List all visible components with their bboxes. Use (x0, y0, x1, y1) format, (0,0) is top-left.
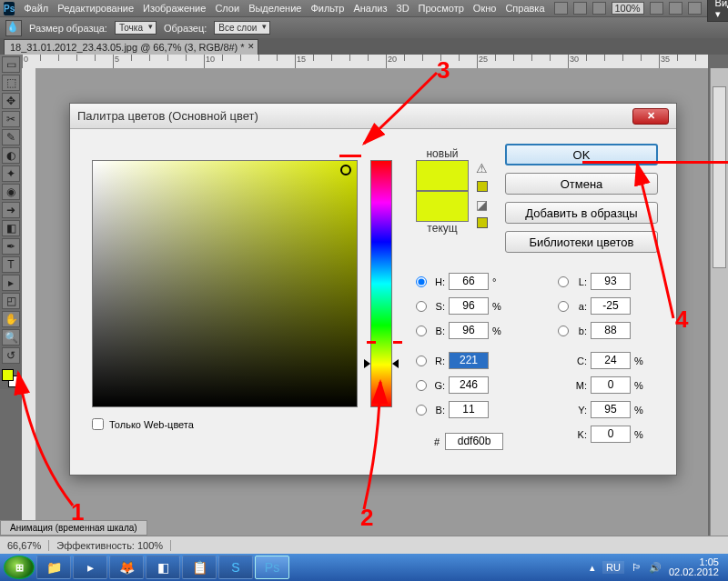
taskbar-firefox-icon[interactable]: 🦊 (109, 556, 144, 579)
field-k[interactable]: 0 (591, 426, 631, 443)
tool-hand[interactable]: ✋ (2, 311, 20, 327)
taskbar-app-icon[interactable]: 📋 (182, 556, 217, 579)
scrollbar-vertical[interactable] (710, 68, 728, 536)
menu-tool-icon[interactable] (573, 2, 587, 15)
field-y[interactable]: 95 (591, 401, 631, 418)
taskbar-media-icon[interactable]: ▸ (73, 556, 107, 579)
menu-tool-icon[interactable] (592, 2, 606, 15)
menu-select[interactable]: Выделение (248, 3, 301, 14)
gamut-swatch[interactable] (477, 181, 488, 192)
field-bb[interactable]: 11 (449, 401, 489, 418)
saturation-value-field[interactable] (92, 160, 358, 407)
label-s: S: (430, 301, 445, 312)
fg-bg-swatch[interactable] (2, 369, 20, 387)
tray-icon[interactable]: 🔊 (649, 562, 662, 574)
taskbar-skype-icon[interactable]: S (218, 556, 253, 579)
label-y: Y: (572, 405, 587, 416)
tool-eraser[interactable]: ◧ (2, 220, 20, 236)
fg-color-swatch[interactable] (2, 369, 14, 381)
close-button[interactable]: ✕ (632, 108, 669, 125)
color-cursor[interactable] (340, 165, 351, 175)
dialog-titlebar[interactable]: Палитра цветов (Основной цвет) ✕ (70, 104, 676, 129)
taskbar-photoshop-icon[interactable]: Ps (255, 556, 289, 579)
menu-view[interactable]: Просмотр (419, 3, 464, 14)
tool-crop[interactable]: ✂ (2, 111, 20, 127)
field-h[interactable]: 66 (449, 273, 489, 290)
tool-lasso[interactable]: ✥ (2, 93, 20, 109)
start-button[interactable]: ⊞ (4, 556, 35, 579)
sample-size-dropdown[interactable]: Точка (115, 21, 157, 35)
tool-eyedropper[interactable]: ✎ (2, 129, 20, 145)
radio-lb[interactable] (558, 326, 569, 336)
menu-layers[interactable]: Слои (215, 3, 239, 14)
hue-slider[interactable] (370, 160, 392, 407)
radio-h[interactable] (416, 276, 427, 287)
status-zoom[interactable]: 66,67% (0, 540, 49, 551)
field-hex[interactable]: ddf60b (445, 433, 503, 450)
tool-rotate[interactable]: ↺ (2, 347, 20, 364)
radio-b[interactable] (416, 326, 427, 336)
field-c[interactable]: 24 (591, 352, 631, 369)
color-libraries-button[interactable]: Библиотеки цветов (505, 231, 658, 253)
field-s[interactable]: 96 (449, 297, 489, 315)
sample-dropdown[interactable]: Все слои (214, 21, 270, 35)
radio-g[interactable] (416, 380, 427, 391)
web-colors-checkbox[interactable] (92, 418, 104, 430)
menu-image[interactable]: Изображение (143, 3, 206, 14)
eyedropper-icon[interactable]: 💧 (5, 20, 22, 36)
field-a[interactable]: -25 (591, 297, 631, 315)
scrollbar-thumb[interactable] (713, 86, 726, 268)
language-indicator[interactable]: RU (602, 561, 624, 574)
field-g[interactable]: 246 (449, 376, 489, 394)
field-l[interactable]: 93 (591, 273, 631, 290)
add-swatch-button[interactable]: Добавить в образцы (505, 202, 658, 224)
menu-tool-icon[interactable] (554, 2, 568, 15)
taskbar-app-icon[interactable]: ◧ (146, 556, 180, 579)
tool-heal[interactable]: ◐ (2, 147, 20, 164)
field-lb[interactable]: 88 (591, 322, 631, 339)
radio-l[interactable] (558, 276, 569, 287)
websafe-warning-icon[interactable]: ◪ (476, 197, 488, 212)
tool-history[interactable]: ➜ (2, 202, 20, 218)
menu-tool-icon[interactable] (669, 2, 682, 15)
taskbar-explorer-icon[interactable]: 📁 (36, 556, 71, 579)
zoom-level[interactable]: 100% (612, 2, 644, 15)
radio-s[interactable] (416, 301, 427, 312)
menu-tool-icon[interactable] (688, 2, 702, 15)
tray-icon[interactable]: 🏳 (632, 562, 642, 573)
animation-panel-tab[interactable]: Анимация (временная шкала) (0, 520, 147, 536)
field-m[interactable]: 0 (591, 376, 631, 394)
tool-zoom[interactable]: 🔍 (2, 329, 20, 346)
document-tab[interactable]: 18_31.01.2012_23.43.05.jpg @ 66,7% (3, R… (4, 39, 258, 55)
tool-type[interactable]: T (2, 256, 20, 273)
tool-move[interactable]: ▭ (2, 56, 20, 73)
menu-filter[interactable]: Фильтр (310, 3, 344, 14)
color-preview: новый текущ (416, 147, 469, 235)
tray-icon[interactable]: ▴ (590, 562, 595, 574)
menu-edit[interactable]: Редактирование (57, 3, 134, 14)
menu-file[interactable]: Файл (24, 3, 48, 14)
radio-bb[interactable] (416, 405, 427, 416)
radio-r[interactable] (416, 356, 427, 366)
gamut-warning-icon[interactable]: ⚠ (476, 161, 488, 175)
cancel-button[interactable]: Отмена (505, 173, 658, 195)
menu-window[interactable]: Окно (473, 3, 497, 14)
tool-marquee[interactable]: ⬚ (2, 75, 20, 91)
menu-3d[interactable]: 3D (397, 3, 410, 14)
tool-stamp[interactable]: ◉ (2, 184, 20, 200)
websafe-swatch[interactable] (477, 217, 488, 228)
menu-help[interactable]: Справка (505, 3, 544, 14)
tool-pen[interactable]: ▸ (2, 275, 20, 291)
workspace-selector[interactable]: Видео ▾ (707, 0, 728, 22)
clock[interactable]: 1:05 02.02.2012 (669, 557, 719, 577)
tool-shape[interactable]: ◰ (2, 293, 20, 309)
close-tab-icon[interactable]: ✕ (248, 42, 255, 51)
current-color-swatch[interactable] (416, 191, 469, 222)
field-r[interactable]: 221 (449, 352, 489, 369)
radio-a[interactable] (558, 301, 569, 312)
menu-analysis[interactable]: Анализ (353, 3, 387, 14)
tool-gradient[interactable]: ✒ (2, 238, 20, 255)
tool-brush[interactable]: ✦ (2, 165, 20, 182)
menu-tool-icon[interactable] (650, 2, 663, 15)
field-b[interactable]: 96 (449, 322, 489, 339)
